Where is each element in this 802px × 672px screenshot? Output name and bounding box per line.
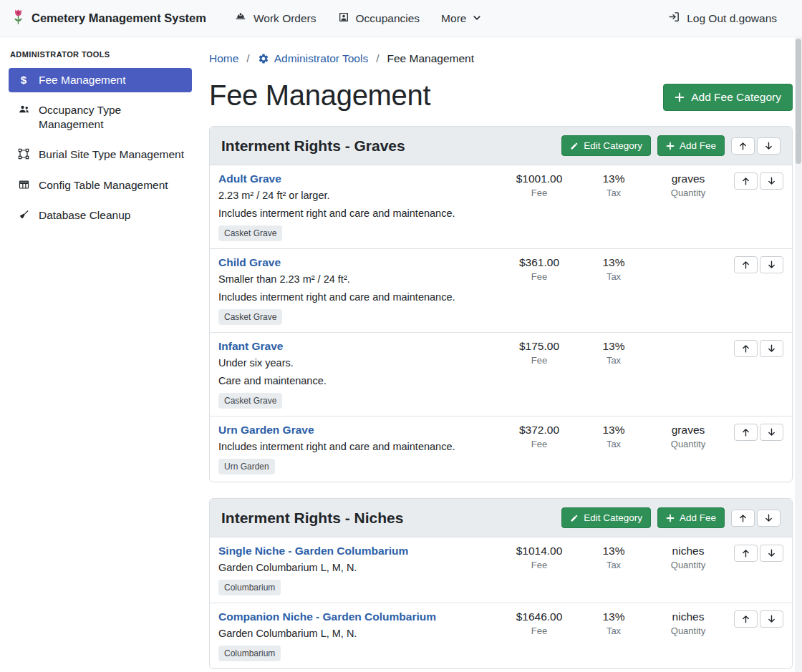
fee-name-link[interactable]: Adult Grave — [218, 172, 281, 185]
add-fee-category-button[interactable]: Add Fee Category — [663, 84, 793, 111]
breadcrumb-current: Fee Management — [387, 52, 475, 65]
fee-name-link[interactable]: Child Grave — [218, 256, 281, 269]
edit-category-button[interactable]: Edit Category — [561, 507, 651, 528]
table-icon — [16, 179, 32, 190]
fee-amount-label: Fee — [502, 439, 576, 449]
fee-quantity-value: niches — [651, 545, 725, 557]
add-fee-button[interactable]: Add Fee — [657, 507, 725, 528]
logout-button[interactable]: Log Out d.gowans — [657, 5, 788, 31]
edit-category-button[interactable]: Edit Category — [561, 135, 651, 156]
move-fee-down-button[interactable] — [760, 610, 783, 628]
move-category-down-button[interactable] — [757, 137, 781, 155]
fee-quantity-label: Quantity — [651, 439, 725, 449]
fee-quantity-value: niches — [651, 610, 725, 623]
fee-description: 2.23 m² / 24 ft² or larger. — [218, 188, 496, 203]
fee-amount-value: $372.00 — [502, 424, 576, 437]
move-category-down-button[interactable] — [757, 510, 781, 527]
fee-category-card: Interment Rights - Graves Edit Category … — [209, 126, 793, 482]
breadcrumb-home[interactable]: Home — [209, 52, 238, 65]
move-fee-up-button[interactable] — [734, 172, 758, 190]
move-fee-down-button[interactable] — [760, 172, 783, 190]
fee-amount: $1014.00 Fee — [502, 545, 576, 570]
nav-more[interactable]: More — [430, 6, 492, 31]
fee-tax-label: Tax — [576, 560, 651, 570]
nav-occupancies[interactable]: Occupancies — [327, 6, 431, 31]
app-brand[interactable]: Cemetery Management System — [11, 7, 206, 29]
move-fee-down-button[interactable] — [760, 545, 783, 562]
arrow-down-icon — [764, 141, 773, 151]
breadcrumb: Home / Administrator Tools / Fee Managem… — [209, 52, 793, 65]
move-fee-up-button[interactable] — [734, 610, 758, 628]
edit-category-label: Edit Category — [584, 512, 642, 523]
arrow-down-icon — [764, 513, 773, 523]
fee-description: Includes interment right and care and ma… — [218, 206, 496, 221]
move-fee-up-button[interactable] — [734, 340, 758, 357]
move-category-up-button[interactable] — [731, 137, 755, 155]
fee-row: Single Niche - Garden Columbarium Garden… — [210, 537, 792, 603]
sidebar-item-database-cleanup[interactable]: Database Cleanup — [9, 203, 192, 228]
breadcrumb-separator: / — [246, 52, 249, 65]
fee-quantity: graves Quantity — [651, 172, 725, 198]
app-title: Cemetery Management System — [32, 11, 206, 25]
fee-tax-value: 13% — [576, 340, 651, 353]
sidebar-item-label: Burial Site Type Management — [39, 147, 184, 162]
sidebar-item-occupancy-type[interactable]: Occupancy Type Management — [9, 98, 192, 137]
fee-name-link[interactable]: Urn Garden Grave — [218, 424, 314, 437]
move-fee-down-button[interactable] — [760, 340, 783, 357]
fee-name-link[interactable]: Single Niche - Garden Columbarium — [218, 545, 408, 557]
arrow-up-icon — [741, 548, 750, 558]
breadcrumb-admin-tools[interactable]: Administrator Tools — [258, 52, 369, 65]
fee-quantity: niches Quantity — [651, 610, 725, 636]
logout-icon — [668, 11, 680, 26]
move-fee-up-button[interactable] — [734, 424, 758, 441]
scrollbar-thumb[interactable] — [796, 39, 801, 164]
fee-amount-label: Fee — [502, 560, 576, 570]
sidebar-item-config-table[interactable]: Config Table Management — [9, 173, 192, 198]
nav-occupancies-label: Occupancies — [356, 12, 420, 25]
move-fee-down-button[interactable] — [760, 424, 783, 441]
fee-amount: $361.00 Fee — [502, 256, 576, 282]
nav-work-orders-label: Work Orders — [253, 12, 317, 25]
gear-icon — [258, 53, 269, 64]
fee-amount-label: Fee — [502, 625, 576, 636]
fee-tax: 13% Tax — [576, 424, 651, 449]
sidebar-heading: ADMINISTRATOR TOOLS — [9, 44, 192, 68]
fee-amount-label: Fee — [502, 271, 576, 282]
fee-description: Includes interment right and care and ma… — [218, 290, 496, 305]
fee-tax-label: Tax — [576, 355, 651, 366]
logout-label: Log Out d.gowans — [687, 12, 777, 25]
fee-row: Companion Niche - Garden Columbarium Gar… — [210, 603, 792, 668]
fee-amount: $1646.00 Fee — [502, 610, 576, 636]
category-header: Interment Rights - Niches Edit Category … — [210, 499, 792, 537]
fee-amount-label: Fee — [502, 355, 576, 366]
fee-type-badge: Casket Grave — [218, 393, 282, 409]
fee-tax-label: Tax — [576, 188, 651, 198]
fee-amount: $175.00 Fee — [502, 340, 576, 366]
admin-sidebar: ADMINISTRATOR TOOLS $ Fee Management Occ… — [0, 37, 200, 672]
nav-work-orders[interactable]: Work Orders — [223, 6, 327, 31]
fee-tax-label: Tax — [576, 625, 651, 636]
top-navbar: Cemetery Management System Work Orders O… — [0, 0, 802, 37]
arrow-up-icon — [741, 176, 750, 186]
move-category-up-button[interactable] — [731, 510, 755, 527]
person-frame-icon — [338, 11, 349, 26]
sidebar-item-fee-management[interactable]: $ Fee Management — [9, 68, 192, 92]
add-fee-label: Add Fee — [680, 140, 716, 151]
broom-icon — [16, 209, 32, 220]
fee-quantity-label: Quantity — [651, 188, 725, 198]
fee-tax-label: Tax — [576, 439, 651, 449]
arrow-down-icon — [767, 614, 776, 624]
edit-category-label: Edit Category — [584, 140, 642, 151]
fee-quantity: niches Quantity — [651, 545, 725, 570]
move-fee-up-button[interactable] — [734, 256, 758, 273]
move-fee-down-button[interactable] — [760, 256, 783, 273]
add-fee-button[interactable]: Add Fee — [657, 135, 725, 156]
fee-row: Infant Grave Under six years. Care and m… — [210, 333, 792, 417]
fee-name-link[interactable]: Companion Niche - Garden Columbarium — [218, 610, 436, 623]
sidebar-item-burial-site-type[interactable]: Burial Site Type Management — [9, 142, 192, 167]
fee-name-link[interactable]: Infant Grave — [218, 340, 283, 353]
scrollbar-track[interactable] — [795, 37, 802, 672]
category-title: Interment Rights - Graves — [221, 137, 561, 155]
chevron-down-icon — [473, 12, 481, 25]
move-fee-up-button[interactable] — [734, 545, 758, 562]
